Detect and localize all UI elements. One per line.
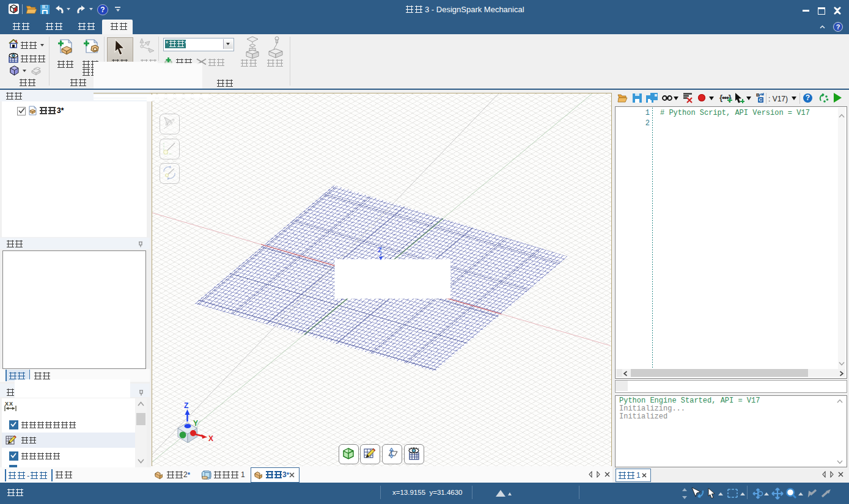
svg-text:Z: Z xyxy=(378,246,382,254)
svg-text:X: X xyxy=(208,434,213,443)
svg-text:Z: Z xyxy=(184,401,188,410)
svg-text:Y: Y xyxy=(193,419,198,428)
